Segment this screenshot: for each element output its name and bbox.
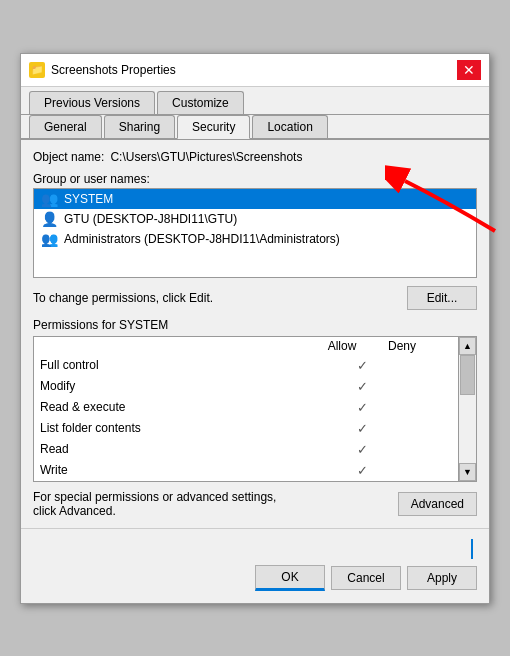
permissions-col-headers: Allow Deny (34, 337, 458, 355)
perm-allow-write: ✓ (332, 463, 392, 478)
perm-deny-readexecute (392, 400, 452, 415)
permissions-header: Permissions for SYSTEM (33, 318, 477, 332)
object-name-value: C:\Users\GTU\Pictures\Screenshots (110, 150, 302, 164)
perm-deny-fullcontrol (392, 358, 452, 373)
advanced-text: For special permissions or advanced sett… (33, 490, 293, 518)
perm-row-read: Read ✓ (34, 439, 458, 460)
advanced-button[interactable]: Advanced (398, 492, 477, 516)
perm-deny-read (392, 442, 452, 457)
perm-allow-modify: ✓ (332, 379, 392, 394)
cancel-button[interactable]: Cancel (331, 566, 401, 590)
group-label: Group or user names: (33, 172, 477, 186)
col-header-deny: Deny (372, 339, 432, 353)
perm-allow-read: ✓ (332, 442, 392, 457)
col-header-blank (40, 339, 312, 353)
group-item-gtu[interactable]: 👤 GTU (DESKTOP-J8HDI11\GTU) (34, 209, 476, 229)
tab-security[interactable]: Security (177, 115, 250, 139)
group-name-admins: Administrators (DESKTOP-J8HDI11\Administ… (64, 232, 340, 246)
perm-allow-listfolder: ✓ (332, 421, 392, 436)
group-icon-system: 👥 (40, 192, 58, 206)
scroll-up-arrow[interactable]: ▲ (459, 337, 476, 355)
perm-deny-listfolder (392, 421, 452, 436)
perm-row-fullcontrol: Full control ✓ (34, 355, 458, 376)
scroll-thumb[interactable] (460, 355, 475, 395)
bottom-bar: OK Cancel Apply (21, 528, 489, 603)
group-item-system[interactable]: 👥 SYSTEM (34, 189, 476, 209)
tab-location[interactable]: Location (252, 115, 327, 138)
bottom-buttons: OK Cancel Apply (33, 565, 477, 591)
perm-row-modify: Modify ✓ (34, 376, 458, 397)
apply-button[interactable]: Apply (407, 566, 477, 590)
permissions-table-container: Allow Deny Full control ✓ Modify ✓ (33, 336, 477, 482)
perm-name-readexecute: Read & execute (40, 400, 332, 415)
group-icon-gtu: 👤 (40, 212, 58, 226)
object-name-label: Object name: (33, 150, 104, 164)
perm-deny-modify (392, 379, 452, 394)
perm-name-modify: Modify (40, 379, 332, 394)
object-name-row: Object name: C:\Users\GTU\Pictures\Scree… (33, 150, 477, 164)
groups-section: Group or user names: 👥 SYSTEM 👤 GTU (DES… (33, 172, 477, 278)
tab-sharing[interactable]: Sharing (104, 115, 175, 138)
tabs-row2: General Sharing Security Location (21, 115, 489, 140)
dialog-window: 📁 Screenshots Properties ✕ Previous Vers… (20, 53, 490, 604)
perm-name-write: Write (40, 463, 332, 478)
advanced-row: For special permissions or advanced sett… (33, 490, 477, 518)
ok-button[interactable]: OK (255, 565, 325, 591)
tabs-row1: Previous Versions Customize (21, 87, 489, 115)
change-text: To change permissions, click Edit. (33, 291, 213, 305)
group-list: 👥 SYSTEM 👤 GTU (DESKTOP-J8HDI11\GTU) 👥 A… (33, 188, 477, 278)
title-bar: 📁 Screenshots Properties ✕ (21, 54, 489, 87)
perm-name-fullcontrol: Full control (40, 358, 332, 373)
perm-allow-fullcontrol: ✓ (332, 358, 392, 373)
perm-row-listfolder: List folder contents ✓ (34, 418, 458, 439)
tab-customize[interactable]: Customize (157, 91, 244, 114)
close-button[interactable]: ✕ (457, 60, 481, 80)
group-name-gtu: GTU (DESKTOP-J8HDI11\GTU) (64, 212, 237, 226)
group-name-system: SYSTEM (64, 192, 113, 206)
perm-deny-write (392, 463, 452, 478)
col-header-allow: Allow (312, 339, 372, 353)
perm-row-readexecute: Read & execute ✓ (34, 397, 458, 418)
blue-indicator (471, 539, 473, 559)
content-area: Object name: C:\Users\GTU\Pictures\Scree… (21, 140, 489, 528)
perm-row-write: Write ✓ (34, 460, 458, 481)
edit-button[interactable]: Edit... (407, 286, 477, 310)
permissions-section: Permissions for SYSTEM Allow Deny Full c… (33, 318, 477, 482)
permissions-table: Allow Deny Full control ✓ Modify ✓ (33, 336, 459, 482)
perm-name-read: Read (40, 442, 332, 457)
perm-allow-readexecute: ✓ (332, 400, 392, 415)
dialog-title: Screenshots Properties (51, 63, 176, 77)
group-icon-admins: 👥 (40, 232, 58, 246)
scrollbar[interactable]: ▲ ▼ (459, 336, 477, 482)
change-permissions-row: To change permissions, click Edit. Edit.… (33, 286, 477, 310)
tab-previous-versions[interactable]: Previous Versions (29, 91, 155, 114)
scroll-down-arrow[interactable]: ▼ (459, 463, 476, 481)
perm-name-listfolder: List folder contents (40, 421, 332, 436)
title-icon: 📁 (29, 62, 45, 78)
tab-general[interactable]: General (29, 115, 102, 138)
group-item-admins[interactable]: 👥 Administrators (DESKTOP-J8HDI11\Admini… (34, 229, 476, 249)
scroll-track (459, 355, 476, 463)
